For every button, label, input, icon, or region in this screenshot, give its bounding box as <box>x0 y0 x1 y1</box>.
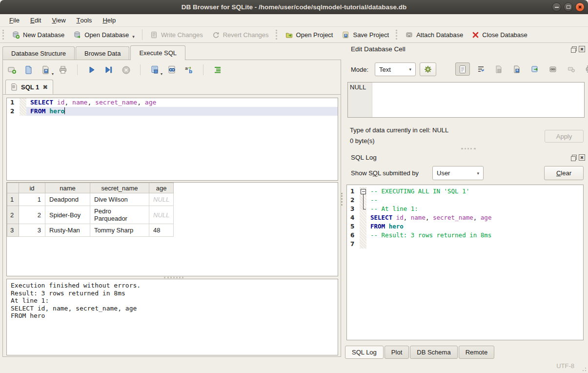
column-header-secret-name[interactable]: secret_name <box>90 183 149 193</box>
execute-line-button[interactable] <box>103 64 115 76</box>
column-header-age[interactable]: age <box>149 183 174 193</box>
table-row[interactable]: 1 1 Deadpond Dive Wilson NULL <box>7 193 174 206</box>
save-project-button[interactable]: Save Project <box>337 28 393 41</box>
row-header[interactable]: 1 <box>7 193 19 206</box>
write-changes-button: Write Changes <box>145 28 207 41</box>
new-sql-tab-button[interactable] <box>6 64 18 76</box>
close-panel-icon[interactable]: ✖ <box>579 46 585 52</box>
revert-changes-button: Revert Changes <box>207 28 273 41</box>
dock-tab-remote[interactable]: Remote <box>459 346 495 359</box>
word-wrap-button[interactable] <box>473 62 488 76</box>
cell-editor-content[interactable] <box>372 83 584 117</box>
maximize-button[interactable] <box>564 2 573 12</box>
execute-all-button[interactable] <box>86 64 98 76</box>
cell-name[interactable]: Rusty-Man <box>45 224 90 237</box>
dock-tab-sql-log[interactable]: SQL Log <box>345 346 384 359</box>
sql-log-filter-select[interactable]: User ▾ <box>432 166 484 180</box>
mode-select[interactable]: Text ▾ <box>375 62 416 76</box>
toolbar-drag-handle[interactable] <box>2 30 4 40</box>
tab-browse-data[interactable]: Browse Data <box>76 46 129 60</box>
menu-edit[interactable]: Edit <box>25 14 46 26</box>
menu-file[interactable]: File <box>4 14 25 26</box>
row-header[interactable]: 2 <box>7 206 19 224</box>
cell-secret-name[interactable]: Pedro Parqueador <box>90 206 149 224</box>
open-database-button[interactable]: Open Database ▾ <box>69 28 139 41</box>
find-button[interactable] <box>166 64 178 76</box>
filter-value: User <box>437 169 450 177</box>
sql-editor[interactable]: 1 SELECT id, name, secret_name, age 2 FR… <box>6 98 338 181</box>
window-controls: ✖ <box>552 2 585 12</box>
cell-value-editor[interactable]: NULL <box>347 82 585 118</box>
cell-secret-name[interactable]: Dive Wilson <box>90 193 149 206</box>
float-panel-icon[interactable] <box>570 154 577 161</box>
cell-age[interactable]: 48 <box>149 224 174 237</box>
cell-name[interactable]: Spider-Boy <box>45 206 90 224</box>
text-cursor <box>64 107 65 114</box>
save-results-button[interactable]: ▾ <box>149 64 161 76</box>
save-sql-dropdown-caret[interactable]: ▾ <box>52 72 54 76</box>
close-database-button[interactable]: Close Database <box>467 28 532 41</box>
titlebar[interactable]: DB Browser for SQLite - /home/user/code/… <box>0 0 588 14</box>
cell-size-info: 0 byte(s) <box>350 137 375 145</box>
cell-age[interactable]: NULL <box>149 206 174 224</box>
cell-name[interactable]: Deadpond <box>45 193 90 206</box>
column-header-id[interactable]: id <box>19 183 45 193</box>
tab-database-structure[interactable]: Database Structure <box>2 46 75 60</box>
execution-message: Execution finished without errors. Resul… <box>6 279 338 355</box>
close-panel-icon[interactable]: ✖ <box>579 154 585 161</box>
sql-log-view[interactable]: 1 -- EXECUTING ALL IN 'SQL 1' 2 -- 3 -- … <box>346 185 584 340</box>
resize-grip[interactable] <box>582 367 587 372</box>
code-text: FROM hero <box>26 107 338 116</box>
cell-age[interactable]: NULL <box>149 193 174 206</box>
toolbar-drag-handle[interactable] <box>276 30 278 40</box>
print-sql-button[interactable] <box>57 64 69 76</box>
close-database-icon <box>472 31 479 39</box>
export-cell-button[interactable] <box>509 62 524 76</box>
row-header[interactable]: 3 <box>7 224 19 237</box>
menu-help[interactable]: Help <box>97 14 121 26</box>
apply-mode-button[interactable] <box>420 62 436 76</box>
table-row[interactable]: 3 3 Rusty-Man Tommy Sharp 48 <box>7 224 174 237</box>
format-sql-button[interactable] <box>212 64 223 76</box>
open-sql-file-button[interactable] <box>23 64 35 76</box>
sql-1-tab[interactable]: SQL 1 ✖ <box>5 80 53 94</box>
horizontal-splitter-handle[interactable] <box>461 148 476 149</box>
cell-secret-name[interactable]: Tommy Sharp <box>90 224 149 237</box>
menu-view[interactable]: View <box>46 14 71 26</box>
new-database-button[interactable]: New Database <box>7 28 69 41</box>
open-project-button[interactable]: Open Project <box>281 28 338 41</box>
clear-log-button[interactable]: Clear <box>544 166 584 180</box>
toolbar-separator <box>77 64 78 75</box>
chevron-down-icon: ▾ <box>477 171 479 176</box>
horizontal-splitter-handle[interactable] <box>164 277 183 278</box>
toolbar-drag-handle[interactable] <box>396 30 398 40</box>
open-database-dropdown-caret[interactable]: ▾ <box>132 34 135 39</box>
cell-id[interactable]: 3 <box>19 224 45 237</box>
menu-tools[interactable]: Tools <box>71 14 98 26</box>
cell-id[interactable]: 1 <box>19 193 45 206</box>
fold-collapse-icon[interactable] <box>360 187 366 196</box>
print-cell-button[interactable] <box>582 62 588 76</box>
save-sql-file-button[interactable]: ▾ <box>40 64 52 76</box>
attach-database-button[interactable]: Attach Database <box>401 28 467 41</box>
vertical-splitter-handle[interactable] <box>341 193 343 206</box>
float-panel-icon[interactable] <box>570 46 577 52</box>
dock-tab-db-schema[interactable]: DB Schema <box>410 346 457 359</box>
table-row[interactable]: 2 2 Spider-Boy Pedro Parqueador NULL <box>7 206 174 224</box>
code-text: -- EXECUTING ALL IN 'SQL 1' <box>366 187 583 196</box>
copy-link-button[interactable] <box>546 62 560 76</box>
line-number: 1 <box>7 98 20 107</box>
execute-all-icon <box>87 65 96 74</box>
log-line: 7 <box>347 240 583 249</box>
column-header-name[interactable]: name <box>45 183 90 193</box>
save-results-dropdown-caret[interactable]: ▾ <box>161 72 162 76</box>
replace-text-button[interactable]: a b <box>183 64 195 76</box>
close-button[interactable]: ✖ <box>575 2 585 12</box>
tab-execute-sql[interactable]: Execute SQL <box>130 45 185 60</box>
cell-id[interactable]: 2 <box>19 206 45 224</box>
minimize-button[interactable] <box>552 2 561 12</box>
open-in-external-button[interactable] <box>527 62 542 76</box>
dock-tab-plot[interactable]: Plot <box>385 346 409 359</box>
sql-tab-close-icon[interactable]: ✖ <box>42 83 48 91</box>
text-view-button[interactable] <box>455 62 470 76</box>
